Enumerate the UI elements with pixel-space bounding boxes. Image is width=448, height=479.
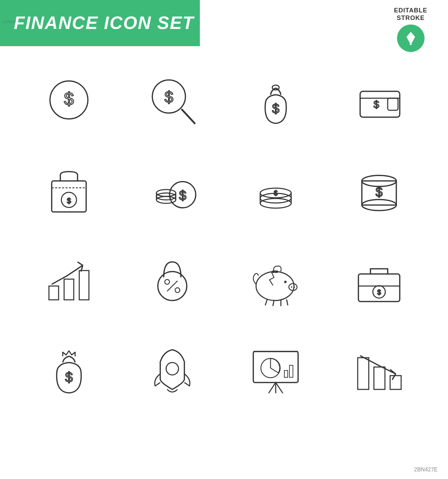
svg-point-41 <box>256 272 294 300</box>
icon-growth-chart <box>17 234 121 324</box>
svg-point-45 <box>284 281 287 283</box>
icon-rocket <box>121 324 224 414</box>
svg-rect-35 <box>64 279 74 300</box>
svg-point-39 <box>175 288 180 293</box>
svg-line-7 <box>182 110 195 123</box>
svg-text:$: $ <box>376 185 383 199</box>
icon-coin-stack: $ <box>121 145 224 234</box>
svg-text:$: $ <box>164 88 173 106</box>
icon-shopping-bag: $ <box>17 145 121 234</box>
svg-rect-69 <box>390 376 401 389</box>
icon-dollar-coin: $ <box>17 55 121 145</box>
svg-line-58 <box>269 383 276 393</box>
watermark: alamy <box>3 19 17 24</box>
icon-decline-chart <box>327 324 431 414</box>
page-title: FINANCE ICON SET <box>14 13 194 33</box>
badge-text: EDITABLE STROKE <box>394 7 427 22</box>
svg-point-38 <box>165 279 170 284</box>
svg-text:$: $ <box>67 196 71 205</box>
svg-point-56 <box>166 363 179 375</box>
svg-text:$: $ <box>272 101 279 116</box>
svg-rect-67 <box>358 358 369 389</box>
icon-cash-register: $ <box>327 234 431 324</box>
svg-rect-36 <box>79 271 89 300</box>
svg-text:$: $ <box>64 89 74 109</box>
svg-rect-2 <box>410 44 412 45</box>
icons-grid: $ $ $ $ <box>17 55 431 414</box>
icon-money-bag-2: $ <box>17 324 121 414</box>
pen-tool-icon <box>397 24 425 52</box>
svg-rect-66 <box>289 365 293 377</box>
svg-rect-68 <box>374 367 385 389</box>
svg-rect-57 <box>253 351 298 383</box>
svg-text:$: $ <box>65 369 73 385</box>
svg-line-60 <box>276 383 283 393</box>
svg-line-46 <box>265 300 267 305</box>
icon-piggy-bank <box>224 234 327 324</box>
icon-coin-cylinder: $ <box>327 145 431 234</box>
svg-line-64 <box>271 368 278 373</box>
svg-text:$: $ <box>377 288 381 296</box>
svg-point-44 <box>294 286 295 288</box>
editable-stroke-badge: EDITABLE STROKE <box>394 7 427 52</box>
svg-text:$: $ <box>274 189 277 197</box>
icon-money-bag: $ <box>224 55 327 145</box>
svg-rect-34 <box>49 286 59 300</box>
svg-line-47 <box>273 300 274 306</box>
icon-percent-lock <box>121 234 224 324</box>
svg-rect-65 <box>284 370 288 377</box>
icon-presentation <box>224 324 327 414</box>
icon-dollar-search: $ <box>121 55 224 145</box>
header-banner: FINANCE ICON SET <box>0 0 200 46</box>
icon-wallet: $ <box>327 55 431 145</box>
svg-line-49 <box>287 300 288 305</box>
svg-text:$: $ <box>179 188 186 203</box>
svg-rect-51 <box>358 274 400 302</box>
svg-line-40 <box>167 281 177 291</box>
svg-point-8 <box>272 85 279 90</box>
stock-id: 2BN427E <box>414 467 438 473</box>
svg-rect-11 <box>388 98 398 110</box>
svg-rect-10 <box>360 91 400 117</box>
icon-coins-pile: $ <box>224 145 327 234</box>
svg-text:$: $ <box>374 99 379 110</box>
svg-point-43 <box>291 286 292 288</box>
